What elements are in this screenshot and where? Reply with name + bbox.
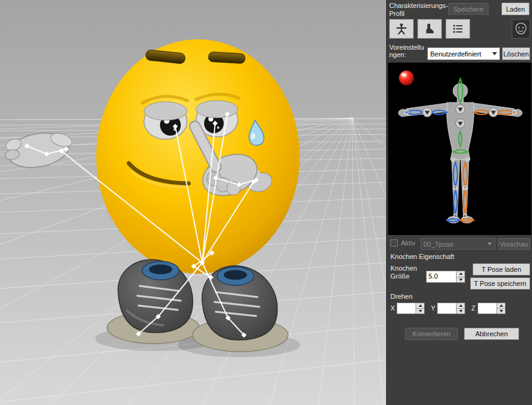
rotate-y-value[interactable]	[438, 303, 456, 314]
arrow-up-icon	[459, 304, 463, 307]
foot-icon	[423, 22, 436, 36]
viewport-3d[interactable]	[0, 0, 386, 405]
presets-dropdown-value: Benutzerdefiniert	[428, 50, 492, 58]
rotate-z-spinner-down-button[interactable]	[497, 309, 505, 314]
chevron-down-icon	[487, 242, 492, 245]
active-checkbox[interactable]	[390, 239, 398, 247]
presets-label: Voreinstellungen:	[389, 44, 426, 58]
bone-size-input[interactable]: 5.0	[426, 271, 465, 283]
list-icon	[451, 22, 465, 36]
arrow-down-icon	[500, 310, 503, 312]
right-eyebrow	[208, 52, 246, 63]
face-icon	[514, 22, 528, 36]
cancel-button[interactable]: Abbrechen	[464, 328, 519, 340]
arrow-down-icon	[459, 310, 463, 312]
toolbar-foot-button[interactable]	[417, 19, 442, 39]
save-profile-button[interactable]: Speichern	[448, 3, 488, 15]
toolbar-body-button[interactable]	[389, 19, 414, 39]
convert-button[interactable]: Konvertieren	[405, 328, 458, 340]
rotate-x-value[interactable]	[397, 303, 416, 314]
arrow-up-icon	[419, 304, 422, 307]
rotate-label: Drehen	[390, 293, 412, 301]
presets-dropdown[interactable]: Benutzerdefiniert	[427, 47, 500, 60]
rotate-x-spinner-down-button[interactable]	[416, 309, 424, 314]
body-map-figure	[388, 63, 531, 235]
rotate-y-spinner-down-button[interactable]	[457, 309, 465, 314]
body-map[interactable]	[388, 63, 531, 235]
delete-preset-button[interactable]: Löschen	[502, 47, 530, 60]
rotate-x-input[interactable]	[397, 303, 425, 314]
tpose-load-button[interactable]: T Pose laden	[473, 263, 530, 276]
pose-dropdown[interactable]: 00_Tpose	[420, 238, 495, 250]
toolbar-list-button[interactable]	[446, 19, 470, 39]
active-label: Aktiv	[401, 239, 416, 247]
body-icon	[395, 22, 408, 36]
load-profile-button[interactable]: Laden	[501, 2, 530, 15]
rotate-z-spinner-up-button[interactable]	[497, 303, 505, 309]
rotate-z-value[interactable]	[478, 303, 496, 314]
chevron-down-icon	[492, 52, 497, 55]
rotate-z-input[interactable]	[477, 303, 506, 314]
profile-toolbar	[389, 19, 530, 40]
arrow-up-icon	[500, 304, 503, 307]
rotate-y-spinner-up-button[interactable]	[457, 303, 465, 309]
arrow-up-icon	[459, 272, 463, 275]
rotate-y-input[interactable]	[437, 303, 465, 314]
bone-size-spinner-up-button[interactable]	[457, 271, 465, 277]
viewport-scene	[0, 0, 386, 405]
red-sphere-icon	[399, 71, 414, 85]
left-eye	[144, 102, 187, 139]
axis-y-label: Y	[431, 304, 435, 312]
axis-x-label: X	[390, 304, 395, 312]
bone-section-title: Knochen Eigenschaft	[390, 253, 454, 261]
rotate-x-spinner-up-button[interactable]	[416, 303, 424, 309]
arrow-down-icon	[459, 279, 463, 281]
bone-size-label: Knochen Größe	[390, 264, 420, 280]
axis-z-label: Z	[471, 304, 476, 312]
bone-size-value[interactable]: 5.0	[427, 271, 456, 282]
toolbar-face-button[interactable]	[512, 19, 530, 39]
pose-dropdown-value: 00_Tpose	[421, 241, 487, 248]
panel-title: Charakterisierungs-Profil	[389, 2, 452, 18]
bone-size-spinner-down-button[interactable]	[457, 277, 465, 283]
application-window: Charakterisierungs-Profil Speichern Lade…	[0, 0, 532, 405]
arrow-down-icon	[419, 310, 422, 312]
preview-button[interactable]: Vorschau	[498, 238, 530, 250]
characterization-panel: Charakterisierungs-Profil Speichern Lade…	[386, 0, 532, 405]
tpose-save-button[interactable]: T Pose speichern	[470, 277, 530, 290]
